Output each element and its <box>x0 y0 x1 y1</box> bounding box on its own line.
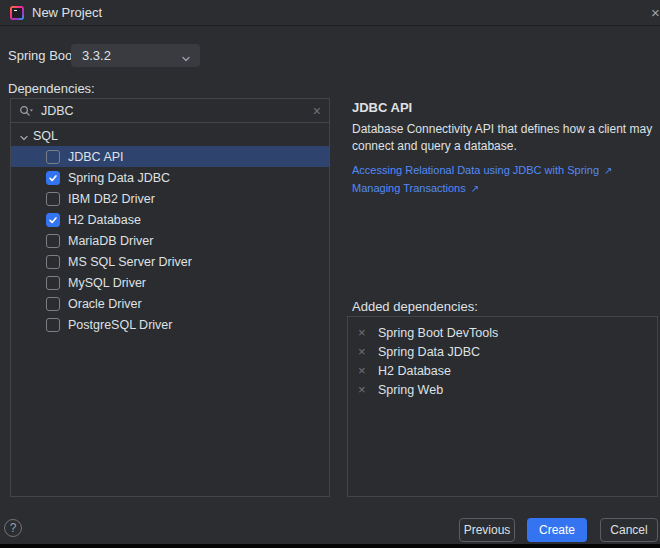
dependency-detail-title: JDBC API <box>352 100 412 115</box>
dependency-description: Database Connectivity API that defines h… <box>352 121 660 155</box>
cancel-button[interactable]: Cancel <box>600 518 658 542</box>
title-bar: New Project × <box>0 0 660 26</box>
dependency-item[interactable]: IBM DB2 Driver <box>11 188 329 209</box>
added-dependency-label: Spring Web <box>378 383 443 397</box>
spring-boot-label: Spring Boot: <box>8 48 80 63</box>
search-icon[interactable] <box>19 105 34 117</box>
remove-dependency-icon[interactable]: × <box>358 364 370 378</box>
search-input[interactable]: JDBC × <box>11 99 329 123</box>
dependencies-panel: JDBC × SQL JDBC API Spring Data JDBC IBM… <box>10 98 330 497</box>
added-dependency-label: H2 Database <box>378 364 451 378</box>
dependency-label: MySQL Driver <box>68 276 146 290</box>
dependency-checkbox[interactable] <box>46 276 60 290</box>
dependency-checkbox[interactable] <box>46 255 60 269</box>
spring-boot-version-value: 3.3.2 <box>82 48 111 63</box>
dependency-item[interactable]: H2 Database <box>11 209 329 230</box>
added-dependencies-label: Added dependencies: <box>352 299 478 314</box>
dependency-checkbox[interactable] <box>46 318 60 332</box>
doc-link[interactable]: Accessing Relational Data using JDBC wit… <box>352 161 612 179</box>
dependency-checkbox[interactable] <box>46 297 60 311</box>
bottom-edge <box>0 544 660 548</box>
added-dependency-item: × H2 Database <box>348 361 657 380</box>
added-dependency-item: × Spring Web <box>348 380 657 399</box>
search-query-text: JDBC <box>41 104 74 118</box>
remove-dependency-icon[interactable]: × <box>358 383 370 397</box>
dependency-item[interactable]: PostgreSQL Driver <box>11 314 329 335</box>
remove-dependency-icon[interactable]: × <box>358 345 370 359</box>
remove-dependency-icon[interactable]: × <box>358 326 370 340</box>
tree-group-sql[interactable]: SQL <box>11 125 329 146</box>
clear-search-icon[interactable]: × <box>313 103 321 119</box>
dependencies-tree: SQL JDBC API Spring Data JDBC IBM DB2 Dr… <box>11 124 329 335</box>
close-icon[interactable]: × <box>651 5 660 21</box>
added-dependency-label: Spring Data JDBC <box>378 345 480 359</box>
dependency-checkbox[interactable] <box>46 213 60 227</box>
chevron-down-icon <box>181 52 191 67</box>
dependency-label: IBM DB2 Driver <box>68 192 155 206</box>
previous-button[interactable]: Previous <box>459 518 515 542</box>
doc-link-label: Managing Transactions <box>352 182 466 194</box>
tree-items: JDBC API Spring Data JDBC IBM DB2 Driver… <box>11 146 329 335</box>
chevron-expanded-icon[interactable] <box>19 131 29 141</box>
dependency-label: JDBC API <box>68 150 124 164</box>
new-project-dialog: New Project × Spring Boot: 3.3.2 Depende… <box>0 0 660 548</box>
added-dependency-item: × Spring Boot DevTools <box>348 323 657 342</box>
external-link-icon: ↗ <box>604 165 612 176</box>
dependency-item[interactable]: JDBC API <box>11 146 329 167</box>
external-link-icon: ↗ <box>471 183 479 194</box>
dependency-label: MS SQL Server Driver <box>68 255 192 269</box>
dependency-label: H2 Database <box>68 213 141 227</box>
dependency-item[interactable]: MariaDB Driver <box>11 230 329 251</box>
window-title: New Project <box>32 5 102 20</box>
dependencies-label: Dependencies: <box>8 81 95 96</box>
dependency-label: PostgreSQL Driver <box>68 318 172 332</box>
doc-link[interactable]: Managing Transactions ↗ <box>352 179 612 197</box>
intellij-app-icon <box>10 6 24 20</box>
doc-links: Accessing Relational Data using JDBC wit… <box>352 161 612 197</box>
dependency-label: MariaDB Driver <box>68 234 153 248</box>
create-button[interactable]: Create <box>527 518 587 542</box>
dependency-item[interactable]: MySQL Driver <box>11 272 329 293</box>
dependency-label: Spring Data JDBC <box>68 171 170 185</box>
added-dependency-item: × Spring Data JDBC <box>348 342 657 361</box>
tree-group-label: SQL <box>33 129 58 143</box>
added-dependencies-panel: × Spring Boot DevTools × Spring Data JDB… <box>347 316 658 497</box>
dependency-item[interactable]: Spring Data JDBC <box>11 167 329 188</box>
dependency-item[interactable]: MS SQL Server Driver <box>11 251 329 272</box>
dependency-checkbox[interactable] <box>46 171 60 185</box>
spring-boot-version-dropdown[interactable]: 3.3.2 <box>71 44 200 67</box>
dependency-item[interactable]: Oracle Driver <box>11 293 329 314</box>
dependency-label: Oracle Driver <box>68 297 142 311</box>
dependency-checkbox[interactable] <box>46 192 60 206</box>
dependency-checkbox[interactable] <box>46 150 60 164</box>
help-button[interactable]: ? <box>4 519 22 537</box>
dependency-checkbox[interactable] <box>46 234 60 248</box>
doc-link-label: Accessing Relational Data using JDBC wit… <box>352 164 599 176</box>
added-dependency-label: Spring Boot DevTools <box>378 326 498 340</box>
